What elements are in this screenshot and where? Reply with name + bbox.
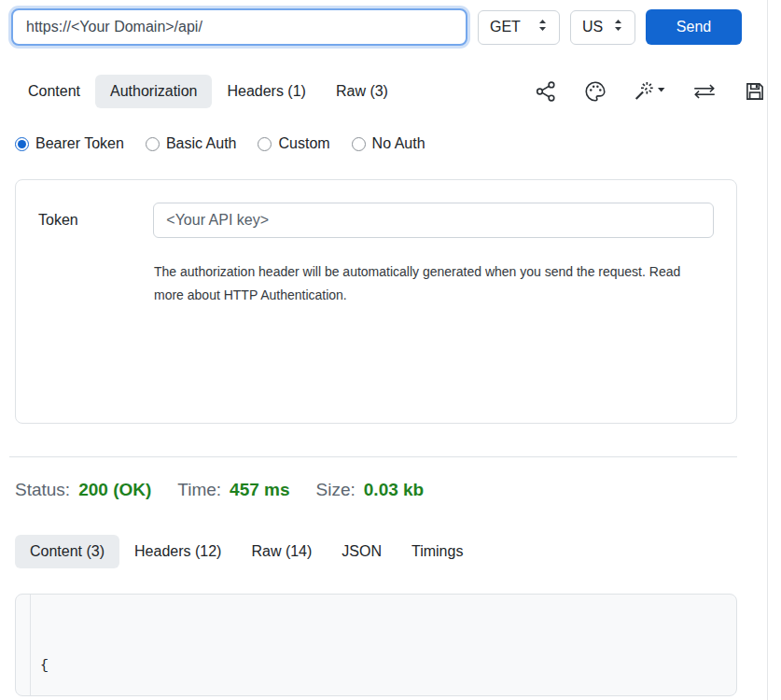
- response-tab-headers[interactable]: Headers (12): [119, 535, 236, 568]
- tab-authorization[interactable]: Authorization: [95, 75, 212, 108]
- auth-option-custom[interactable]: Custom: [258, 135, 329, 152]
- save-icon[interactable]: [743, 79, 767, 104]
- auth-option-basic-auth[interactable]: Basic Auth: [146, 135, 237, 152]
- tab-raw[interactable]: Raw (3): [321, 75, 403, 108]
- response-tab-raw[interactable]: Raw (14): [236, 535, 327, 568]
- response-status-row: Status: 200 (OK) Time: 457 ms Size: 0.03…: [15, 480, 781, 500]
- auth-option-label: No Auth: [372, 135, 425, 152]
- response-tab-content[interactable]: Content (3): [15, 535, 119, 568]
- token-label: Token: [38, 212, 153, 229]
- method-select[interactable]: GET: [478, 10, 560, 45]
- tab-content[interactable]: Content: [13, 75, 95, 108]
- send-button[interactable]: Send: [646, 9, 742, 45]
- auth-panel: Token The authorization header will be a…: [15, 179, 737, 424]
- response-body-block[interactable]: { "message": "API running." }: [15, 594, 737, 696]
- section-divider: [9, 456, 737, 457]
- request-bar: GET US Send: [0, 0, 781, 46]
- time-pair: Time: 457 ms: [177, 480, 289, 500]
- toolbar-icon-group: [534, 79, 767, 104]
- auth-option-label: Basic Auth: [166, 135, 237, 152]
- response-tab-timings[interactable]: Timings: [397, 535, 478, 568]
- code-line-open: {: [40, 653, 736, 679]
- response-tab-json[interactable]: JSON: [327, 535, 397, 568]
- region-select-value: US: [582, 19, 603, 35]
- size-label: Size:: [316, 480, 356, 500]
- region-select[interactable]: US: [570, 10, 635, 45]
- method-select-value: GET: [490, 19, 521, 35]
- status-label: Status:: [15, 480, 70, 500]
- tab-headers[interactable]: Headers (1): [212, 75, 320, 108]
- auth-option-label: Custom: [278, 135, 329, 152]
- auth-option-label: Bearer Token: [35, 135, 124, 152]
- url-input[interactable]: [11, 8, 467, 46]
- radio-icon[interactable]: [146, 137, 160, 151]
- response-tabs-row: Content (3) Headers (12) Raw (14) JSON T…: [0, 535, 781, 568]
- palette-icon[interactable]: [583, 79, 607, 104]
- request-tabs-row: Content Authorization Headers (1) Raw (3…: [0, 75, 781, 108]
- time-value: 457 ms: [230, 480, 289, 500]
- auth-option-no-auth[interactable]: No Auth: [352, 135, 425, 152]
- status-pair: Status: 200 (OK): [15, 480, 151, 500]
- status-value: 200 (OK): [78, 480, 151, 500]
- updown-caret-icon: [613, 19, 623, 35]
- size-pair: Size: 0.03 kb: [316, 480, 425, 500]
- auth-options-row: Bearer Token Basic Auth Custom No Auth: [15, 135, 781, 152]
- token-input[interactable]: [153, 203, 714, 238]
- brace-open: {: [40, 658, 49, 674]
- radio-icon[interactable]: [352, 137, 366, 151]
- radio-icon[interactable]: [258, 137, 272, 151]
- response-json-code: { "message": "API running." }: [30, 595, 736, 695]
- size-value: 0.03 kb: [364, 480, 424, 500]
- magic-wand-icon[interactable]: [633, 79, 666, 104]
- auth-option-bearer-token[interactable]: Bearer Token: [15, 135, 124, 152]
- share-icon[interactable]: [534, 79, 558, 104]
- time-label: Time:: [177, 480, 221, 500]
- auth-helper-text: The authorization header will be automat…: [154, 260, 697, 307]
- updown-caret-icon: [537, 19, 548, 35]
- token-row: Token: [38, 203, 714, 238]
- caret-down-icon: [658, 88, 664, 91]
- swap-arrows-icon[interactable]: [691, 79, 718, 104]
- radio-selected-icon[interactable]: [15, 137, 29, 151]
- api-client-page: GET US Send Content Authorization Header…: [0, 0, 781, 700]
- page-right-divider: [767, 0, 768, 700]
